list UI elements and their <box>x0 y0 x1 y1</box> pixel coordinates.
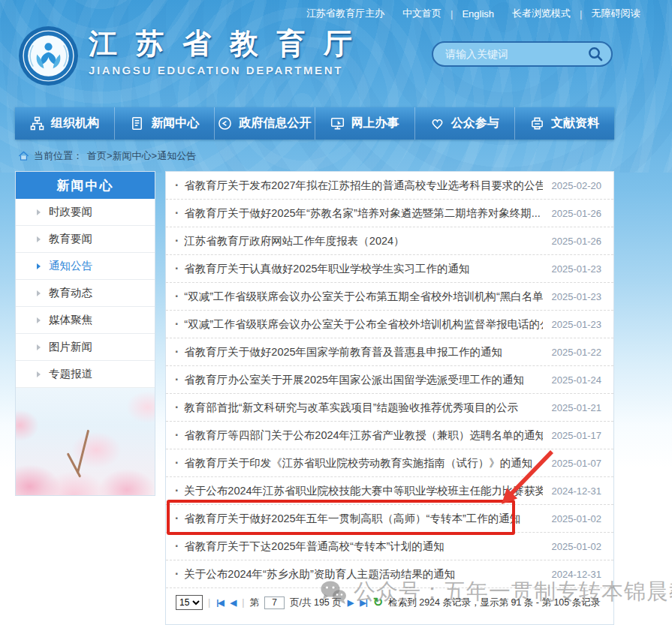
nav-item-label: 公众参与 <box>451 116 499 131</box>
sidebar-title: 新闻中心 <box>16 172 155 199</box>
org-chart-icon <box>30 116 44 131</box>
brand-header: 江 苏 省 教 育 厅 JIANGSU EDUCATION DEPARTMENT <box>18 26 357 86</box>
nav-item-label: 政府信息公开 <box>239 116 311 131</box>
sidebar-item-education-trends[interactable]: 教育动态 <box>16 280 155 307</box>
nav-item-public-participation[interactable]: 公众参与 <box>415 107 515 140</box>
topbar-separator: | <box>451 8 453 20</box>
bullet: · <box>175 317 179 331</box>
news-link[interactable]: 省教育厅关于发布2027年拟在江苏招生的普通高校专业选考科目要求的公告 <box>184 179 542 193</box>
bullet: · <box>175 262 179 275</box>
bullet: · <box>175 401 179 414</box>
news-date: 2025-01-22 <box>552 347 602 358</box>
news-link[interactable]: 关于公布2024年“苏乡永助”资助育人主题活动结果的通知 <box>184 567 542 581</box>
news-link[interactable]: 关于公布2024年江苏省职业院校技能大赛中等职业学校班主任能力比赛获奖 <box>184 484 542 498</box>
sidebar-item-education-news[interactable]: 教育要闻 <box>16 226 155 253</box>
news-link[interactable]: 省教育厅关于印发《江苏省职业院校劳动教育实施指南（试行）》的通知 <box>184 456 542 470</box>
pagination-stats: 检索到 2924 条记录，显示第 91 条 - 第 105 条记录 <box>388 596 600 609</box>
page-suffix-label: 页/共 195 页 <box>290 596 342 609</box>
search-button[interactable] <box>587 46 604 62</box>
news-row[interactable]: · 关于公布2024年“苏乡永助”资助育人主题活动结果的通知 2024-12-3… <box>166 560 613 588</box>
nav-item-organization[interactable]: 组织机构 <box>15 107 115 140</box>
news-icon <box>130 116 144 131</box>
triangle-icon <box>37 263 41 269</box>
news-row[interactable]: · 省教育厅关于做好2025年国家学前教育普及普惠县申报工作的通知 2025-0… <box>166 338 613 366</box>
news-date: 2025-01-26 <box>552 236 602 247</box>
news-row[interactable]: · 关于公布2024年江苏省职业院校技能大赛中等职业学校班主任能力比赛获奖 20… <box>166 477 613 505</box>
news-row[interactable]: · 省教育厅关于下达2025年普通高校“专转本”计划的通知 2025-01-02 <box>166 533 613 560</box>
documents-icon <box>530 116 544 131</box>
page-number-input[interactable] <box>264 596 285 609</box>
news-link[interactable]: “双减”工作省级联席会议办公室关于公布第五期全省校外培训机构“黑白名单... <box>184 290 542 304</box>
sidebar-item-media-focus[interactable]: 媒体聚焦 <box>16 307 155 334</box>
topbar-elder-mode-link[interactable]: 长者浏览模式 <box>512 7 571 20</box>
topbar-home-link[interactable]: 中文首页 <box>402 7 441 20</box>
next-page-button[interactable]: ▶ <box>347 598 354 608</box>
news-row[interactable]: · 省教育厅关于发布2027年拟在江苏招生的普通高校专业选考科目要求的公告 20… <box>166 172 613 200</box>
news-link[interactable]: 省教育厅关于做好2025年国家学前教育普及普惠县申报工作的通知 <box>184 345 542 359</box>
news-link[interactable]: 省教育厅等四部门关于公布2024年江苏省产业教授（兼职）选聘名单的通知 <box>184 428 542 443</box>
refresh-icon[interactable]: ↻ <box>373 596 383 608</box>
news-row[interactable]: · “双减”工作省级联席会议办公室关于公布第五期全省校外培训机构“黑白名单...… <box>166 283 613 311</box>
sidebar-item-notices[interactable]: 通知公告 <box>16 253 155 280</box>
pager-separator: | <box>208 597 210 608</box>
news-date: 2025-01-02 <box>552 513 602 524</box>
news-row-highlighted[interactable]: · 省教育厅关于做好2025年五年一贯制高职（高师）“专转本”工作的通知 202… <box>166 505 613 533</box>
first-page-button[interactable]: |◀ <box>215 598 225 608</box>
news-row[interactable]: · 省教育厅关于认真做好2025年职业学校学生实习工作的通知 2025-01-2… <box>166 255 613 283</box>
bullet: · <box>175 345 179 359</box>
triangle-icon <box>37 344 41 350</box>
pager-separator: | <box>242 597 244 608</box>
news-row[interactable]: · 省教育厅等四部门关于公布2024年江苏省产业教授（兼职）选聘名单的通知 20… <box>166 422 613 449</box>
breadcrumb-label: 当前位置： <box>34 149 83 163</box>
news-link[interactable]: 省教育厅关于做好2025年“苏教名家”培养对象遴选暨第二期培养对象终期... <box>184 206 542 221</box>
triangle-icon <box>37 317 41 323</box>
bullet: · <box>175 373 179 386</box>
bullet: · <box>175 484 179 497</box>
news-link[interactable]: 江苏省教育厅政府网站工作年度报表（2024） <box>184 234 542 248</box>
sidebar: 新闻中心 时政要闻 教育要闻 通知公告 教育动态 媒体聚焦 图片新闻 专题报道 <box>15 171 155 496</box>
news-link[interactable]: 省教育厅关于下达2025年普通高校“专转本”计划的通知 <box>184 539 542 554</box>
breadcrumb-path[interactable]: 首页>新闻中心>通知公告 <box>87 149 196 163</box>
triangle-icon <box>37 290 41 296</box>
nav-item-news-center[interactable]: 新闻中心 <box>115 107 215 140</box>
sidebar-item-special-reports[interactable]: 专题报道 <box>16 361 155 388</box>
news-link[interactable]: 省教育厅关于做好2025年五年一贯制高职（高师）“专转本”工作的通知 <box>184 512 542 526</box>
bullet: · <box>175 456 179 470</box>
news-date: 2025-01-17 <box>552 430 602 441</box>
page-prefix-label: 第 <box>250 596 260 609</box>
sidebar-item-current-politics[interactable]: 时政要闻 <box>16 199 155 226</box>
prev-page-button[interactable]: ◀ <box>230 598 237 608</box>
search-input[interactable] <box>445 48 587 60</box>
page: 江苏省教育厅主办 中文首页 | English 长者浏览模式 | 无障碍阅读 江… <box>0 0 672 625</box>
topbar-english-link[interactable]: English <box>462 8 494 20</box>
news-link[interactable]: 省教育厅办公室关于开展2025年国家公派出国留学选派受理工作的通知 <box>184 373 542 387</box>
news-row[interactable]: · “双减”工作省级联席会议办公室关于公布全省校外培训机构监督举报电话的公...… <box>166 311 613 338</box>
page-size-select[interactable]: 15 <box>176 595 203 610</box>
last-page-button[interactable]: ▶| <box>359 598 368 608</box>
topbar-accessibility-link[interactable]: 无障碍阅读 <box>591 7 640 20</box>
sidebar-item-label: 时政要闻 <box>49 205 92 219</box>
nav-item-online-services[interactable]: 网上办事 <box>315 107 415 140</box>
search-box <box>432 41 613 67</box>
topbar-host-link[interactable]: 江苏省教育厅主办 <box>306 7 384 20</box>
news-date: 2025-01-23 <box>552 319 602 330</box>
news-row[interactable]: · 省教育厅办公室关于开展2025年国家公派出国留学选派受理工作的通知 2025… <box>166 366 613 394</box>
bullet: · <box>175 179 179 192</box>
topbar: 江苏省教育厅主办 中文首页 | English 长者浏览模式 | 无障碍阅读 <box>306 7 640 20</box>
pagination: 15 | |◀ ◀ | 第 页/共 195 页 ▶ ▶| ↻ 检索到 2924 … <box>166 588 613 610</box>
news-link[interactable]: “双减”工作省级联席会议办公室关于公布全省校外培训机构监督举报电话的公... <box>184 317 542 332</box>
news-row[interactable]: · 江苏省教育厅政府网站工作年度报表（2024） 2025-01-26 <box>166 227 613 255</box>
nav-item-info-disclosure[interactable]: 政府信息公开 <box>215 107 315 140</box>
news-link[interactable]: 省教育厅关于认真做好2025年职业学校学生实习工作的通知 <box>184 262 542 276</box>
sidebar-item-photo-news[interactable]: 图片新闻 <box>16 334 155 361</box>
news-row[interactable]: · 省教育厅关于做好2025年“苏教名家”培养对象遴选暨第二期培养对象终期...… <box>166 200 613 227</box>
info-disclosure-icon <box>218 116 232 131</box>
news-date: 2025-01-24 <box>552 374 602 386</box>
online-service-icon <box>330 116 345 131</box>
sidebar-item-label: 教育要闻 <box>49 232 92 246</box>
nav-item-documents[interactable]: 文献资料 <box>515 107 614 140</box>
news-link[interactable]: 教育部首批“新文科研究与改革实践项目”结题验收推荐优秀项目的公示 <box>184 401 542 415</box>
news-row[interactable]: · 省教育厅关于印发《江苏省职业院校劳动教育实施指南（试行）》的通知 2025-… <box>166 449 613 477</box>
news-row[interactable]: · 教育部首批“新文科研究与改革实践项目”结题验收推荐优秀项目的公示 2025-… <box>166 394 613 422</box>
news-date: 2025-01-02 <box>552 541 602 552</box>
